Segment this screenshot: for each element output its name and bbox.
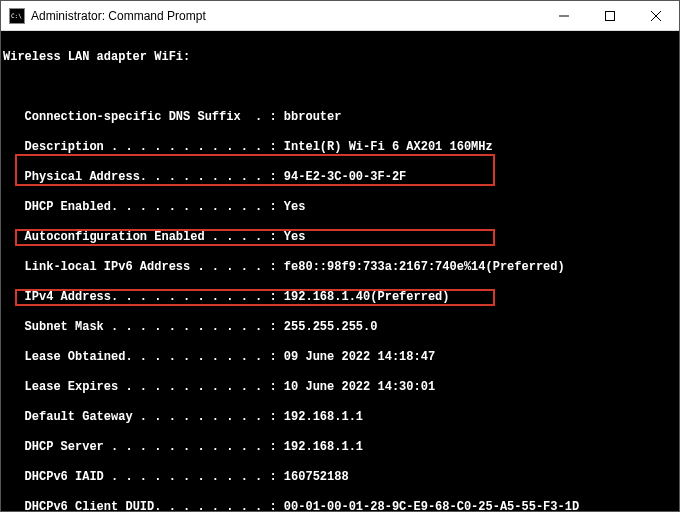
close-button[interactable]: [633, 1, 679, 30]
row-phys-addr: Physical Address. . . . . . . . . : 94-E…: [3, 170, 677, 185]
row-gateway: Default Gateway . . . . . . . . . : 192.…: [3, 410, 677, 425]
row-dhcpv6-duid: DHCPv6 Client DUID. . . . . . . . : 00-0…: [3, 500, 677, 511]
row-dns-suffix: Connection-specific DNS Suffix . : bbrou…: [3, 110, 677, 125]
row-description: Description . . . . . . . . . . . : Inte…: [3, 140, 677, 155]
window-buttons: [541, 1, 679, 30]
maximize-button[interactable]: [587, 1, 633, 30]
row-dhcpv6-iaid: DHCPv6 IAID . . . . . . . . . . . : 1607…: [3, 470, 677, 485]
window-frame: Administrator: Command Prompt Wireless L…: [0, 0, 680, 512]
row-lease-exp: Lease Expires . . . . . . . . . . : 10 J…: [3, 380, 677, 395]
row-lease-obt: Lease Obtained. . . . . . . . . . : 09 J…: [3, 350, 677, 365]
window-title: Administrator: Command Prompt: [31, 9, 206, 23]
wifi-header: Wireless LAN adapter WiFi:: [3, 50, 677, 65]
titlebar[interactable]: Administrator: Command Prompt: [1, 1, 679, 31]
titlebar-left: Administrator: Command Prompt: [1, 8, 206, 24]
row-ll-ipv6: Link-local IPv6 Address . . . . . : fe80…: [3, 260, 677, 275]
row-autoconf: Autoconfiguration Enabled . . . . : Yes: [3, 230, 677, 245]
cmd-icon: [9, 8, 25, 24]
row-ipv4: IPv4 Address. . . . . . . . . . . : 192.…: [3, 290, 677, 305]
svg-rect-1: [606, 11, 615, 20]
row-subnet: Subnet Mask . . . . . . . . . . . : 255.…: [3, 320, 677, 335]
row-dhcp-server: DHCP Server . . . . . . . . . . . : 192.…: [3, 440, 677, 455]
row-dhcp-enabled: DHCP Enabled. . . . . . . . . . . : Yes: [3, 200, 677, 215]
terminal-output[interactable]: Wireless LAN adapter WiFi: Connection-sp…: [1, 31, 679, 511]
minimize-button[interactable]: [541, 1, 587, 30]
